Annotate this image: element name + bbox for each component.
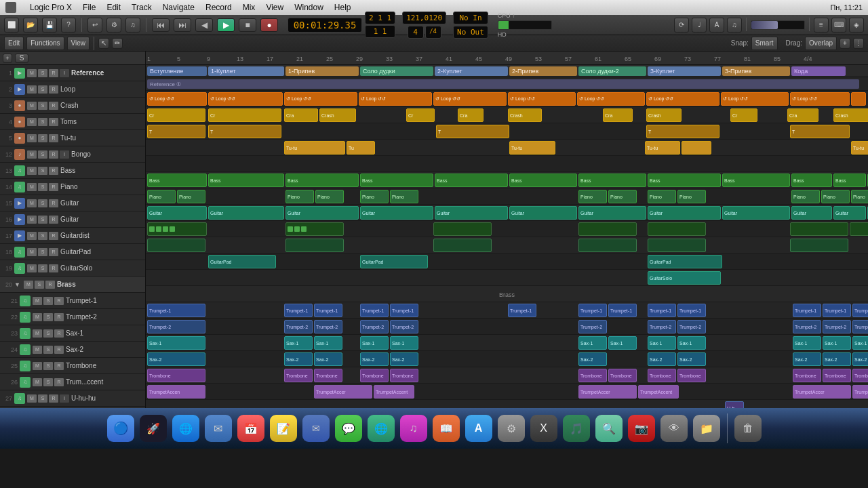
mute-btn-19[interactable]: M — [27, 264, 37, 272]
clip-trombone-7[interactable]: Trombone — [608, 369, 637, 382]
dock-safari[interactable]: 🌐 — [171, 413, 201, 443]
clip-trombone-12[interactable]: Trombone — [852, 369, 868, 382]
record-btn[interactable]: ● — [260, 18, 278, 32]
clip-ta-1[interactable]: TrumpetAccen — [147, 385, 205, 399]
clip-sax1-11[interactable]: Sax-1 — [823, 336, 851, 350]
clip-piano-11[interactable]: Piano — [791, 190, 820, 203]
clip-loop-2[interactable]: ↺ Loop ↺↺ — [208, 92, 283, 106]
clip-bass-7[interactable]: Bass — [578, 174, 646, 187]
lane-loop[interactable]: ↺ Loop ↺↺ ↺ Loop ↺↺ ↺ Loop ↺↺ ↺ Loop ↺↺ … — [146, 91, 868, 107]
clip-ta-4[interactable]: TrumpetAccer — [578, 385, 637, 399]
solo-btn-18[interactable]: S — [38, 248, 47, 256]
clip-guitar15-7[interactable]: Guitar — [578, 206, 646, 220]
clip-tutu-6[interactable]: Tu-tu — [851, 141, 868, 155]
lane-sax1[interactable]: Sax-1 Sax-1 Sax-1 Sax-1 Sax-1 Sax-1 Sax-… — [146, 335, 868, 351]
mute-btn-15[interactable]: M — [27, 199, 37, 207]
clip-guitar15-6[interactable]: Guitar — [509, 206, 577, 220]
clip-guitarpad-2[interactable]: GuitarPad — [360, 255, 428, 268]
open-btn[interactable]: 📂 — [23, 18, 38, 33]
clip-trombone-9[interactable]: Trombone — [677, 369, 706, 382]
clip-crash-2[interactable]: Cr — [208, 108, 281, 122]
dock-launchpad[interactable]: 🚀 — [138, 413, 168, 443]
clip-trombone-3[interactable]: Trombone — [314, 369, 342, 382]
clip-tp1-1[interactable]: Trumpet-1 — [147, 304, 205, 317]
clip-sax1-4[interactable]: Sax-1 — [360, 336, 389, 350]
dock-mail[interactable]: ✉ — [203, 413, 233, 443]
edit-dropdown[interactable]: Edit — [4, 37, 24, 50]
undo-btn[interactable]: ↩ — [87, 18, 102, 33]
clip-tutu-1[interactable]: Tu-tu — [284, 141, 345, 155]
clip-sax1-7[interactable]: Sax-1 — [608, 336, 637, 350]
clip-guitardist-4[interactable] — [578, 239, 637, 252]
clip-sax2-11[interactable]: Sax-2 — [852, 352, 868, 366]
tool1-btn[interactable]: ↖ — [98, 38, 109, 49]
clip-sax2-4[interactable]: Sax-2 — [360, 352, 389, 366]
clip-bass-3[interactable]: Bass — [285, 174, 359, 187]
clip-bass-1[interactable]: Bass — [147, 174, 207, 187]
clip-tp2-3[interactable]: Trumpet-2 — [314, 320, 342, 333]
clip-crash-12[interactable]: Crash — [833, 108, 868, 122]
dock-facetime[interactable]: 🌐 — [366, 413, 396, 443]
solo-btn-15[interactable]: S — [38, 199, 47, 207]
rec-btn-12[interactable]: R — [49, 150, 58, 159]
clip-sax2-9[interactable]: Sax-2 — [793, 352, 821, 366]
solo-btn-4[interactable]: S — [38, 118, 47, 126]
clip-guitardist-3[interactable] — [433, 239, 492, 252]
clip-piano-3[interactable]: Piano — [285, 190, 314, 203]
clip-tp1-11[interactable]: Trumpet-1 — [793, 304, 821, 317]
clip-crash-8[interactable]: Cra — [603, 108, 633, 122]
play-btn[interactable]: ▶ — [217, 18, 235, 32]
clip-guitar15-2[interactable]: Guitar — [208, 206, 284, 220]
clip-ta-7[interactable]: TrumpetAccent — [852, 385, 868, 399]
rec-btn-3[interactable]: R — [49, 102, 58, 110]
clip-tp2-8[interactable]: Trumpet-2 — [677, 320, 706, 333]
clip-sax2-10[interactable]: Sax-2 — [823, 352, 851, 366]
solo-btn-12[interactable]: S — [38, 150, 47, 159]
lane-sax2[interactable]: Sax-2 Sax-2 Sax-2 Sax-2 Sax-2 Sax-2 Sax-… — [146, 351, 868, 367]
clip-piano-6[interactable]: Piano — [390, 190, 418, 203]
mute-btn-23[interactable]: M — [33, 329, 42, 338]
clip-sax2-7[interactable]: Sax-2 — [648, 352, 676, 366]
dock-itunes[interactable]: ♫ — [399, 413, 429, 443]
clip-sax2-1[interactable]: Sax-2 — [147, 352, 205, 366]
new-project-btn[interactable]: ⬜ — [4, 18, 19, 33]
dock-messages[interactable]: 💬 — [334, 413, 363, 443]
clip-piano-4[interactable]: Piano — [315, 190, 344, 203]
solo-btn-26[interactable]: S — [43, 378, 53, 386]
clip-toms-1[interactable]: T — [147, 125, 205, 138]
tool2-btn[interactable]: ✏ — [112, 38, 123, 49]
dock-sysprefs[interactable]: ⚙ — [496, 413, 526, 443]
lane-bongo[interactable] — [146, 156, 868, 172]
solo-btn-21[interactable]: S — [43, 297, 53, 305]
clip-guitardist-5[interactable] — [648, 239, 706, 252]
clip-tp1-9[interactable]: Trumpet-1 — [648, 304, 676, 317]
clip-toms-4[interactable]: T — [646, 125, 719, 138]
mute-btn-18[interactable]: M — [27, 248, 37, 256]
clip-piano-12[interactable]: Piano — [821, 190, 850, 203]
solo-btn-20[interactable]: S — [35, 281, 44, 289]
clip-sax1-2[interactable]: Sax-1 — [284, 336, 313, 350]
rec-btn-15[interactable]: R — [49, 199, 58, 207]
clip-ta-3[interactable]: TrumpetAccent — [374, 385, 414, 399]
solo-btn-23[interactable]: S — [43, 329, 53, 338]
clip-ta-6[interactable]: TrumpetAccer — [793, 385, 851, 399]
solo-btn-17[interactable]: S — [38, 232, 47, 240]
mute-btn-1[interactable]: M — [27, 69, 37, 77]
lane-bass[interactable]: Bass Bass Bass Bass Bass Bass Bass Bass … — [146, 172, 868, 188]
clip-ta-5[interactable]: TrumpetAccent — [638, 385, 679, 399]
dock-fetch[interactable]: 🔍 — [594, 413, 624, 443]
clip-guitar16-1[interactable] — [147, 222, 207, 236]
clip-loop-7[interactable]: ↺ Loop ↺↺ — [577, 92, 645, 106]
solo-btn-14[interactable]: S — [38, 183, 47, 191]
solo-btn-3[interactable]: S — [38, 102, 47, 110]
solo-btn-24[interactable]: S — [43, 346, 53, 354]
clip-tp2-10[interactable]: Trumpet-2 — [823, 320, 851, 333]
clip-crash-11[interactable]: Cra — [787, 108, 818, 122]
clip-crash-10[interactable]: Cr — [730, 108, 757, 122]
mute-btn-3[interactable]: M — [27, 102, 37, 110]
solo-btn-19[interactable]: S — [38, 264, 47, 272]
clip-tp1-8[interactable]: Trumpet-1 — [608, 304, 637, 317]
clip-piano-9[interactable]: Piano — [648, 190, 676, 203]
dock-notes[interactable]: 📝 — [269, 413, 298, 443]
clip-tp1-12[interactable]: Trumpet-1 — [823, 304, 851, 317]
